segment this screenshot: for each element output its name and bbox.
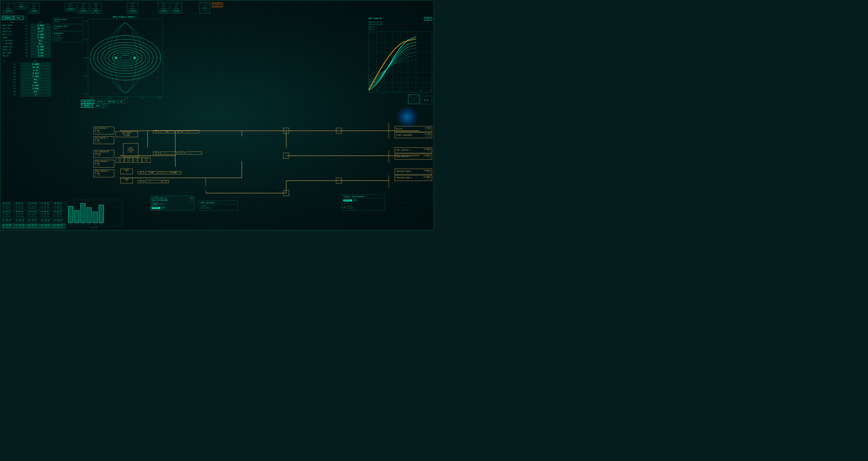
mag-field-title: MAG FIELD DSPLY xyxy=(81,16,167,19)
table-row: ROT RATE 10 2.000 xyxy=(2,24,51,27)
bottom-bar-chart-panel: A01 A02 A03 B1 xyxy=(67,200,123,229)
table-row: 21 0.5000 xyxy=(2,63,51,66)
bar-b30 xyxy=(99,205,104,223)
main-screen: 254 BRK BPASS LOCKED OPEN OPEN 10-10 BRK… xyxy=(0,0,434,230)
status-box-4[interactable]: E-98 BPASS LOCKED xyxy=(65,2,76,11)
node-41-label: 41 xyxy=(159,171,165,174)
bar-a02 xyxy=(74,210,79,223)
main-engine-2-block: MAIN ENGINE 2 0.98 0.0400 xyxy=(93,170,114,177)
node-40-val: ——— xyxy=(160,152,177,155)
table-row: 23 0.10 xyxy=(2,69,51,72)
bl-cell: HE WB 0044/8A/1001W/1 WB 00UA-40C12Z8 xyxy=(15,202,27,210)
aux-generator-block: AUX GENERATOR 10.00 0.2000 xyxy=(93,150,114,158)
tab-model[interactable]: MODEL xyxy=(2,16,13,20)
node-36-group: 36 ALL 38 ——— xyxy=(153,130,199,133)
tab-ze[interactable]: ZE xyxy=(118,100,125,104)
table-row: 28 0.100 xyxy=(2,84,51,87)
tab-small xyxy=(24,16,26,20)
status-box-5[interactable]: 566 BRK BPASS LOCKED xyxy=(78,2,89,13)
node-38-val: ——— xyxy=(183,130,199,133)
pump-2-block: PUMP 2 xyxy=(120,178,133,184)
node-40-group: 40 ——— 42 ——— xyxy=(153,152,202,155)
bl-cell: HE WB 0044/8A/1001W/1 WB 006A/40C12Z8 xyxy=(40,210,53,218)
subtab-f[interactable]: F xyxy=(103,104,108,108)
bl-cell: 1X0 K4 0044/8C/1003W/1 WB 006A/40C12Z8 xyxy=(28,202,40,210)
status-box-7[interactable]: 975 BRK BPASS LOCKED xyxy=(127,2,138,13)
main-engine-1-block: MAIN ENGINE 1 0.95 0.0020 xyxy=(93,160,114,168)
left-data-table-2: 2 DAP 21 0.5000 22 00.10 23 0.10 24 xyxy=(2,60,51,96)
hrsd-blocks: HRSDA01 HRSDA01 HRSDC01 HRSDD01 xyxy=(116,157,151,163)
relays-block: RELAYS 0.045 0.000 OTHER CONSUMERS 0.125… xyxy=(395,126,432,138)
bottom-data-grid: HE WB 0044/8A/1001W/1 WB 006A/40C12Z8 HE… xyxy=(2,202,66,229)
dap-bottom-box[interactable] xyxy=(408,95,420,104)
bar-b10 xyxy=(87,207,92,223)
fault-status-box[interactable]: FAULT xyxy=(212,2,223,7)
table-row: 26 ALL xyxy=(2,78,51,81)
dap-config-panel: DAP CONFIG EDIT 000/12:23:44 000/00:00:0… xyxy=(368,17,432,104)
node-38-label: 38 xyxy=(175,130,181,133)
chem-heaters-panel: CHEM HEATERS CARBON CONTAINMENT xyxy=(199,200,238,210)
table-row: RATE 08 11 0.07 xyxy=(2,30,51,33)
bc-bar-group: B10 xyxy=(87,207,92,225)
bl-cell: W/2 UB 00UA-40C12Z8 xyxy=(15,224,27,229)
bar-chart: A01 A02 A03 B1 xyxy=(67,200,123,226)
reboost-control[interactable]: REBOOST 8 CFG 9 INTVL 000.00 xyxy=(53,32,83,42)
bc-bar-group: B20 xyxy=(93,212,98,225)
aux-engine-1-block: AUX ENGINE 1 0.95 0.0000 xyxy=(93,127,114,134)
tab-mag[interactable]: MAG xyxy=(14,16,23,20)
tab-arctan[interactable]: ARCTAN xyxy=(105,100,117,104)
tab-2d-plot[interactable]: 2D PLOT xyxy=(81,100,94,104)
bc-bar-group: A01 xyxy=(68,206,73,225)
left-data-panel: MODEL MAG PRI 1 A01 ROT RATE 10 2.000 AT… xyxy=(2,16,51,96)
thrust-containment-panel: THRUST CONTAINMENT NOMINAL PK A B C ⚠ FA… xyxy=(342,194,385,210)
bl-cell: HE WB 0044/8A/1001W/1 WB 00UA-40C12Z8 xyxy=(15,210,27,218)
tab-v-fld[interactable]: V-FLD xyxy=(94,100,105,104)
aux-engine-2-block: AUX ENGINE 2 0.05 0.0010 xyxy=(93,136,114,144)
table-row: 30 ALL xyxy=(2,90,51,93)
table-row: TRAN PLS 17 0.100 xyxy=(2,45,51,48)
mag-field-svg xyxy=(88,19,163,97)
table-row: P OPTION 15 ALL xyxy=(2,39,51,42)
svg-rect-58 xyxy=(336,178,342,184)
bl-cell: HE WB 0044/8A/1001W/1 WB 00UA-40C12Z8 xyxy=(54,210,66,218)
top-status-bar: 254 BRK BPASS LOCKED OPEN OPEN 10-10 BRK… xyxy=(1,2,433,14)
notch-filter-control[interactable]: NOTCH FLTR ENA 6 xyxy=(53,18,83,24)
node-36-label: 36 xyxy=(153,130,159,133)
pump-1-block: PUMP 1 xyxy=(120,169,133,174)
table-row: COMP 14 0.000 xyxy=(2,36,51,39)
dap-edit-button[interactable]: EDIT xyxy=(424,17,432,21)
status-box-1[interactable]: 254 BRK BPASS LOCKED xyxy=(3,2,14,13)
fault-cross-box[interactable] xyxy=(199,2,210,13)
svg-point-14 xyxy=(133,57,135,59)
heat-distro-sys-block: HEAT DISTRO SYS xyxy=(123,143,138,157)
bl-cell: W/2 WB 006A/40C12Z8 xyxy=(28,219,40,224)
table-row: 31 3 xyxy=(2,93,51,96)
node-42-val: ——— xyxy=(185,152,202,155)
subtab-model[interactable]: MODEL xyxy=(81,104,93,108)
subtab-mag[interactable]: MAG xyxy=(93,104,103,108)
bar-a03 xyxy=(81,203,85,223)
node-36-all: ALL xyxy=(160,130,174,133)
node-32a-label: 32 xyxy=(138,180,144,183)
table-row: DELAY 20 0.00 xyxy=(2,55,51,58)
bl-cell: HE WB 0044/8A/1001W/1 WB 00UA-40C12Z8 xyxy=(54,202,66,210)
bl-cell: HE WB 0044/8A/1001W/1 WB 006A/40C12Z8 xyxy=(40,202,53,210)
bl-cell: HE WB 0044/8A/1001W/1 WB 006A/40C12Z8 xyxy=(2,210,14,218)
status-box-2[interactable]: OPEN OPEN xyxy=(16,2,27,9)
status-box-8[interactable]: 248 BRK BPASS LOCKED xyxy=(158,2,169,13)
node-32b-label: 32 xyxy=(163,180,169,183)
status-box-9[interactable]: 256 BRK BPASS LOCKED xyxy=(171,2,182,13)
status-box-6[interactable]: 8922 BRK BPASS OPEN xyxy=(90,2,101,13)
table-row: 22 00.10 xyxy=(2,66,51,69)
table-row: 25 0.000 xyxy=(2,75,51,78)
hrsd-d01: HRSDD01 xyxy=(142,157,151,163)
svg-rect-57 xyxy=(336,128,342,134)
bottom-left-panel: HE WB 0044/8A/1001W/1 WB 006A/40C12Z8 HE… xyxy=(2,202,66,229)
bl-cell: HE WB 0044/8A/1001W/1 WB 006A/40C12Z8 xyxy=(2,202,14,210)
mag-field-sub-tabs: MODEL MAG F xyxy=(81,104,167,108)
bc-bar-group: B30 xyxy=(99,205,104,225)
xthrust-rot-control[interactable]: XTHRUST ROT ENA 7 xyxy=(53,25,83,31)
bl-cell: W/2 UB 006A/40C12Z8 xyxy=(40,224,53,229)
status-box-3[interactable]: 10-10 BRK BPASS LOCKED xyxy=(28,2,39,13)
heat-exchanger-panel: LITTON CYC-12HEAT EXCHANGER W 356 375 0k… xyxy=(150,196,195,210)
